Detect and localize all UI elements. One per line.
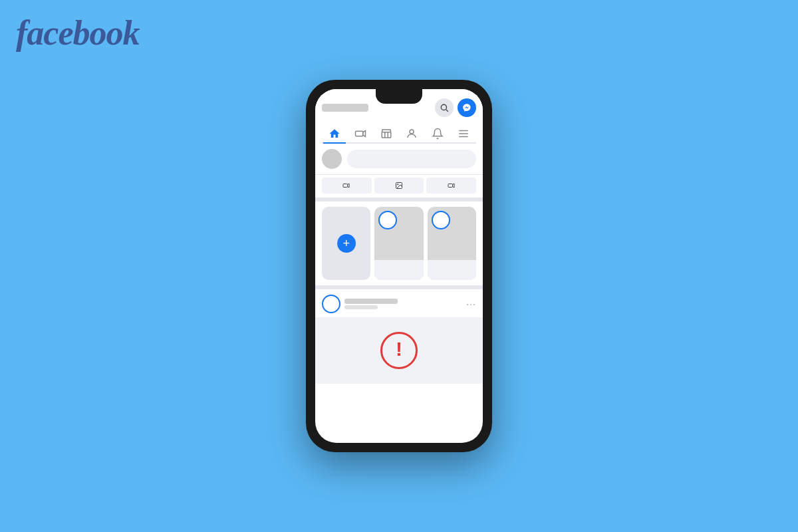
post-input-placeholder[interactable] [347, 150, 476, 168]
nav-item-video[interactable] [349, 125, 372, 142]
story-avatar-1 [378, 211, 397, 229]
svg-rect-3 [382, 132, 391, 138]
error-icon-circle: ! [380, 332, 418, 369]
bell-icon [432, 128, 444, 140]
story-avatar-2 [432, 211, 450, 229]
svg-point-10 [398, 184, 399, 186]
phone-notch [376, 89, 422, 104]
nav-item-menu[interactable] [452, 125, 475, 142]
fb-post-item: ··· [315, 289, 483, 313]
svg-point-4 [410, 130, 414, 134]
story-card-bottom-1 [374, 260, 423, 280]
fb-error-area: ! [315, 317, 483, 384]
video-icon [354, 128, 366, 140]
post-more-button[interactable]: ··· [466, 299, 476, 309]
story-card-2[interactable] [428, 207, 476, 280]
post-username-placeholder [344, 299, 398, 304]
plus-icon: + [342, 237, 350, 251]
svg-rect-11 [448, 184, 453, 188]
search-icon [440, 103, 449, 112]
post-time-placeholder [344, 305, 378, 309]
post-user-info [322, 295, 398, 313]
nav-item-marketplace[interactable] [375, 125, 398, 142]
svg-rect-2 [355, 131, 362, 136]
nav-item-home[interactable] [323, 125, 346, 144]
facebook-logo: facebook [16, 13, 139, 53]
nav-item-profile[interactable] [400, 125, 423, 142]
post-user-avatar [322, 295, 340, 313]
story-card-top-2 [428, 207, 476, 260]
video-call-icon [342, 182, 350, 190]
fb-post-actions [315, 175, 483, 201]
fb-top-icons [435, 98, 476, 117]
create-story-card[interactable]: + [322, 207, 370, 280]
fb-story-bar [315, 144, 483, 175]
photo-icon [395, 182, 403, 190]
fb-stories-section: + [315, 201, 483, 289]
story-card-top-1 [374, 207, 423, 260]
live-video-button[interactable] [426, 178, 476, 194]
nav-item-notifications[interactable] [426, 125, 449, 142]
user-icon [406, 128, 418, 140]
search-button[interactable] [435, 98, 454, 117]
messenger-icon [462, 103, 471, 112]
phone-screen: + [315, 89, 483, 443]
post-header: ··· [322, 295, 476, 313]
story-card-1[interactable] [374, 207, 423, 280]
add-story-button[interactable]: + [337, 234, 356, 253]
store-icon [380, 128, 392, 140]
story-card-bottom-2 [428, 260, 476, 280]
home-icon [329, 128, 340, 140]
fb-username-placeholder [322, 104, 368, 112]
post-user-text [344, 299, 398, 309]
user-avatar-small [322, 149, 342, 169]
svg-line-1 [446, 110, 448, 112]
live-video-icon [448, 182, 456, 190]
fb-nav-bar [322, 121, 476, 144]
phone-mockup: + [306, 80, 492, 452]
svg-rect-8 [343, 184, 348, 188]
messenger-button[interactable] [458, 98, 476, 117]
menu-icon [458, 128, 469, 140]
svg-point-0 [441, 104, 446, 110]
phone-outer-shell: + [306, 80, 492, 452]
exclamation-icon: ! [396, 339, 402, 359]
video-call-button[interactable] [322, 178, 372, 194]
photo-button[interactable] [374, 178, 424, 194]
